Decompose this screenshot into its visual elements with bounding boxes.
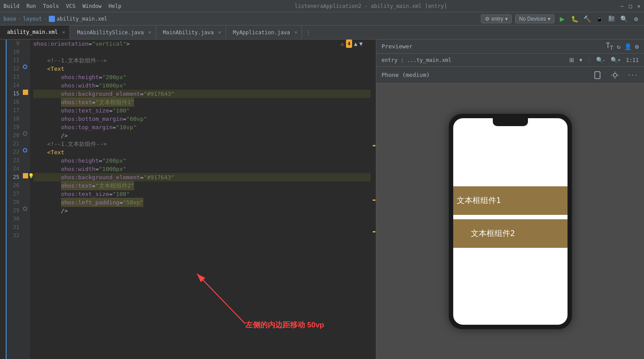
zoom-in-btn[interactable]: 🔍+	[609, 56, 623, 64]
breadcrumb-sep-2: ›	[44, 16, 47, 22]
code-line-20: />	[33, 131, 376, 140]
code-line-22: <Text	[33, 148, 376, 156]
tab-more-btn[interactable]: ⋮	[302, 25, 315, 39]
code-line-12: <Text	[33, 65, 376, 73]
code-line-28: ohos:left_padding="50vp"	[33, 198, 376, 207]
previewer-content: 文本框组件1 文本框组件2	[376, 83, 644, 359]
settings-button[interactable]: ⚙	[632, 15, 640, 23]
text-component-1: 文本框组件1	[453, 186, 568, 215]
line-num-22: 22	[7, 148, 19, 156]
line-num-10: 10	[7, 48, 19, 56]
more-options-icon[interactable]: ···	[626, 69, 639, 81]
code-line-23: ohos:height="200px"	[33, 156, 376, 165]
entry-button[interactable]: ⚙ entry ▾	[481, 15, 512, 23]
title-bar: Build Run Tools VCS Window Help listener…	[0, 0, 644, 12]
breadcrumb-sep-1: ›	[18, 16, 21, 22]
code-area[interactable]: ⚠ 4 ▲ ▼ ohos:orientation="vertical"> <!-…	[30, 40, 376, 359]
line-num-25: 25	[7, 173, 19, 181]
line-num-15: 15	[7, 90, 19, 98]
tab-my-application[interactable]: MyApplication.java ✕	[226, 25, 302, 39]
search-button[interactable]: 🔍	[619, 15, 628, 23]
menu-build[interactable]: Build	[4, 3, 19, 9]
svg-rect-2	[595, 72, 600, 79]
breadcrumb-filename: ability_main.xml	[57, 16, 108, 22]
code-line-31	[33, 223, 376, 232]
menu-help[interactable]: Help	[109, 3, 121, 9]
breadcrumb-file: ability_main.xml	[49, 16, 108, 22]
code-line-16: ohos:text="文本框组件1"	[33, 98, 376, 106]
device-manager-button[interactable]: 📱	[595, 15, 604, 23]
tab-main-ability-slice[interactable]: MainAbilitySlice.java ✕	[70, 25, 156, 39]
window-controls[interactable]: — □ ✕	[620, 3, 640, 9]
no-devices-label: No Devices	[519, 16, 546, 22]
code-line-18: ohos:bottom_margin="60vp"	[33, 115, 376, 123]
menu-run[interactable]: Run	[26, 3, 36, 9]
zoom-out-btn[interactable]: 🔍-	[594, 56, 607, 64]
code-line-32	[33, 232, 376, 240]
line-num-18: 18	[7, 115, 19, 123]
tab-ability-main-xml[interactable]: ability_main.xml ✕	[0, 25, 70, 39]
line-num-32: 32	[7, 232, 19, 240]
nav-bar: base › layout › ability_main.xml ⚙ entry…	[0, 12, 644, 25]
grid-view-btn[interactable]: ⊞	[568, 56, 576, 64]
annotation-text: 左侧的内边距移动 50vp	[245, 321, 324, 329]
line-num-14: 14	[7, 81, 19, 90]
close-btn[interactable]: ✕	[637, 3, 640, 9]
profile-icon[interactable]: 👤	[624, 43, 632, 50]
gutter-fold-29[interactable]	[23, 207, 27, 211]
font-size-icon[interactable]: TT	[606, 42, 614, 51]
refresh-icon[interactable]: ↻	[617, 43, 620, 50]
dropdown-btn[interactable]: ▾	[578, 56, 584, 64]
gutter-fold-12[interactable]	[23, 65, 27, 69]
gutter-fold-22[interactable]	[23, 148, 27, 152]
debug-button[interactable]: 🐛	[570, 15, 579, 23]
tab-main-ability[interactable]: MainAbility.java ✕	[156, 25, 226, 39]
line-num-17: 17	[7, 106, 19, 115]
breadcrumb-layout[interactable]: layout	[23, 16, 42, 22]
line-num-26: 26	[7, 181, 19, 190]
entry-icon: ⚙	[485, 16, 490, 22]
line-num-23: 23	[7, 156, 19, 165]
phone-notch	[493, 118, 528, 126]
code-line-15: ohos:background_element="#917643"	[33, 90, 376, 98]
breadcrumb-base[interactable]: base	[4, 16, 16, 22]
tab-label-main-ability: MainAbility.java	[163, 29, 214, 36]
left-margin	[0, 40, 7, 359]
maximize-btn[interactable]: □	[629, 3, 632, 9]
previewer-settings-icon[interactable]: ⚙	[635, 43, 639, 50]
entry-label: entry	[491, 16, 503, 22]
phone-frame: 文本框组件1 文本框组件2	[449, 114, 572, 329]
line-num-21: 21	[7, 140, 19, 148]
tab-close-my-application[interactable]: ✕	[295, 29, 298, 35]
tab-bar: ability_main.xml ✕ MainAbilitySlice.java…	[0, 25, 644, 40]
code-line-24: ohos:width="1000px"	[33, 165, 376, 173]
line-num-20: 20	[7, 131, 19, 140]
line-num-19: 19	[7, 123, 19, 131]
phone-content: 文本框组件1 文本框组件2	[453, 118, 568, 325]
gutter-fold-20[interactable]	[23, 131, 27, 136]
previewer-subheader: entry : ...ty_main.xml ⊞ ▾ | 🔍- 🔍+ 1:11	[376, 54, 644, 67]
code-line-27: ohos:text_size="100"	[33, 190, 376, 198]
menu-window[interactable]: Window	[83, 3, 102, 9]
minimize-btn[interactable]: —	[620, 3, 623, 9]
scroll-mark-2	[373, 199, 375, 201]
no-devices-button[interactable]: No Devices ▾	[515, 15, 554, 23]
translate-button[interactable]: 翻	[607, 15, 616, 23]
tab-close-main-ability-slice[interactable]: ✕	[148, 29, 151, 35]
previewer-panel: Previewer TT ↻ 👤 ⚙ entry : ...ty_main.xm…	[376, 40, 644, 359]
phone-portrait-icon[interactable]	[591, 69, 604, 81]
line-num-27: 27	[7, 190, 19, 198]
line-num-24: 24	[7, 165, 19, 173]
run-button[interactable]: ▶	[558, 15, 567, 23]
gutter-marker-25	[23, 173, 28, 178]
build-button[interactable]: 🔨	[582, 15, 591, 23]
menu-vcs[interactable]: VCS	[66, 3, 76, 9]
menu-tools[interactable]: Tools	[43, 3, 59, 9]
menu-bar[interactable]: Build Run Tools VCS Window Help	[4, 3, 121, 9]
tab-close-main-ability[interactable]: ✕	[218, 29, 221, 35]
svg-line-1	[197, 274, 245, 324]
line-numbers: 9 10 11 12 13 14 15 16 17 18 19 20 21 22…	[7, 40, 22, 359]
tab-close-ability-main[interactable]: ✕	[62, 29, 65, 35]
scroll-track	[371, 40, 376, 359]
brightness-icon[interactable]	[609, 69, 621, 81]
